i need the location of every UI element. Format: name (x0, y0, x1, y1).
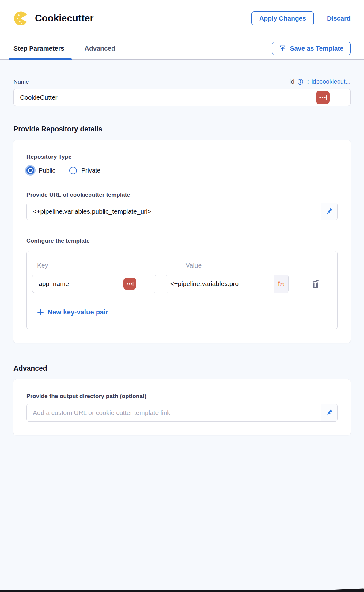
cookiecutter-logo-icon (13, 11, 28, 26)
key-column-header: Key (32, 262, 156, 269)
fx-sub: (x) (280, 282, 284, 286)
pin-icon[interactable] (321, 404, 337, 421)
id-label: Id (289, 78, 294, 85)
page-title: Cookiecutter (35, 13, 94, 24)
expression-fx-icon[interactable]: f(x) (274, 275, 288, 293)
radio-private[interactable]: Private (69, 167, 100, 174)
save-as-template-button[interactable]: Save as Template (272, 42, 351, 55)
key-input[interactable] (32, 275, 156, 293)
repository-section-title: Provide Repository details (13, 125, 351, 133)
repository-type-label: Repository Type (26, 154, 338, 160)
tab-advanced[interactable]: Advanced (85, 37, 115, 59)
delete-row-button[interactable] (309, 277, 322, 290)
id-value-link[interactable]: idpcookiecut... (311, 78, 351, 85)
radio-public[interactable]: Public (26, 166, 55, 174)
value-input[interactable] (166, 275, 274, 293)
apply-changes-button[interactable]: Apply Changes (251, 11, 314, 25)
repository-card: Repository Type Public Private Provide U… (13, 140, 351, 343)
save-as-template-label: Save as Template (290, 45, 343, 52)
value-field: f(x) (166, 275, 289, 293)
id-colon: : (307, 78, 309, 85)
pin-icon[interactable] (321, 203, 337, 220)
plus-icon (37, 309, 44, 316)
radio-public-label: Public (39, 167, 55, 174)
tab-step-parameters[interactable]: Step Parameters (13, 37, 64, 59)
step-parameters-panel: Name Id : idpcookiecut... (0, 60, 364, 592)
name-label: Name (13, 78, 29, 85)
name-input[interactable] (13, 89, 351, 106)
new-key-value-pair-label: New key-value pair (47, 308, 108, 316)
key-value-row: f(x) (32, 275, 332, 293)
template-url-label: Provide URL of cookiecutter template (26, 192, 338, 198)
template-url-field (26, 203, 338, 220)
output-directory-label: Provide the output directory path (optio… (26, 393, 338, 400)
cookiecutter-step-panel: Cookiecutter Apply Changes Discard Step … (0, 0, 364, 592)
step-id: Id : idpcookiecut... (289, 78, 351, 85)
key-value-table: Key Value (26, 251, 338, 329)
trash-icon (311, 279, 320, 289)
template-url-input[interactable] (27, 203, 321, 220)
configure-template-label: Configure the template (26, 237, 338, 244)
output-directory-field (26, 404, 338, 422)
header: Cookiecutter Apply Changes Discard (0, 0, 364, 37)
info-icon[interactable] (297, 78, 304, 85)
tab-bar: Step Parameters Advanced Save as Templat… (0, 37, 364, 60)
radio-public-control[interactable] (26, 166, 34, 174)
bottom-console-edge[interactable] (0, 590, 364, 592)
output-directory-input[interactable] (27, 404, 321, 421)
radio-private-label: Private (81, 167, 100, 174)
advanced-card: Provide the output directory path (optio… (13, 379, 351, 435)
header-actions: Apply Changes Discard (251, 11, 351, 25)
upload-icon (279, 45, 286, 52)
discard-button[interactable]: Discard (327, 15, 351, 22)
value-column-header: Value (156, 262, 202, 269)
fixed-value-type-icon[interactable] (123, 278, 136, 290)
fixed-value-type-icon[interactable] (316, 91, 330, 104)
new-key-value-pair-button[interactable]: New key-value pair (37, 308, 108, 316)
advanced-section-title: Advanced (13, 364, 351, 373)
radio-private-control[interactable] (69, 167, 77, 174)
